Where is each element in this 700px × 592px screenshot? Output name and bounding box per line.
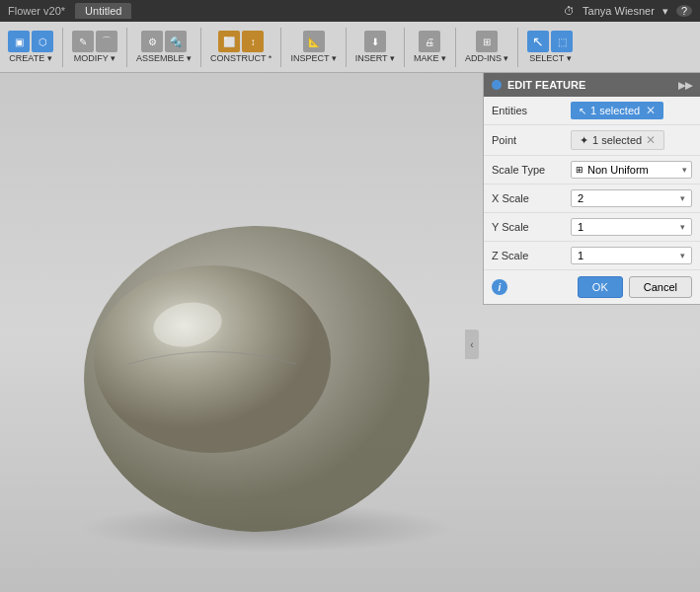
- insert-icon: ⬇: [364, 31, 386, 52]
- y-scale-label: Y Scale: [492, 221, 571, 233]
- scale-type-icon: ⊞: [576, 165, 583, 175]
- addins-label: ADD-INS ▾: [465, 53, 509, 63]
- canvas-area[interactable]: FRONT RIGHT x y z ‹ EDIT FEATURE ▸▸ Enti…: [0, 73, 700, 592]
- sep-5: [346, 28, 347, 67]
- y-scale-row: Y Scale 1 ▾: [484, 213, 700, 242]
- cancel-button[interactable]: Cancel: [629, 276, 692, 298]
- point-icon: ✦: [580, 134, 588, 147]
- sep-8: [517, 28, 518, 67]
- scale-type-label: Scale Type: [492, 164, 571, 176]
- sep-7: [455, 28, 456, 67]
- tab-untitled[interactable]: Untitled: [75, 3, 131, 19]
- assemble-icon: ⚙: [141, 31, 163, 52]
- ok-button[interactable]: OK: [578, 276, 623, 298]
- scale-type-row: Scale Type ⊞ Non Uniform ▾: [484, 156, 700, 185]
- select-icon-2: ⬚: [551, 31, 573, 52]
- entities-chip[interactable]: ↖ 1 selected ✕: [571, 102, 663, 119]
- z-scale-input[interactable]: 1 ▾: [571, 247, 692, 264]
- entities-chip-text: 1 selected: [590, 105, 640, 116]
- user-name[interactable]: Tanya Wiesner: [583, 5, 655, 17]
- entities-row: Entities ↖ 1 selected ✕: [484, 97, 700, 125]
- title-bar: Flower v20* Untitled ⏱ Tanya Wiesner ▾ ?: [0, 0, 700, 22]
- clock-icon: ⏱: [564, 5, 575, 17]
- toolbar-group-assemble[interactable]: ⚙ 🔩 ASSEMBLE ▾: [132, 29, 195, 65]
- 3d-object: [30, 132, 474, 566]
- cursor-icon: ↖: [579, 106, 586, 116]
- z-scale-label: Z Scale: [492, 250, 571, 261]
- y-scale-dropdown-arrow: ▾: [680, 222, 685, 232]
- create-icon-1: ▣: [8, 31, 30, 52]
- inspect-icon: 📐: [303, 31, 325, 52]
- toolbar-group-modify[interactable]: ✎ ⌒ MODIFY ▾: [68, 29, 121, 65]
- toolbar-group-insert[interactable]: ⬇ INSERT ▾: [351, 29, 399, 65]
- construct-label: CONSTRUCT *: [210, 53, 272, 63]
- app-title: Flower v20*: [8, 5, 65, 17]
- user-dropdown-icon[interactable]: ▾: [662, 5, 668, 18]
- z-scale-row: Z Scale 1 ▾: [484, 242, 700, 270]
- panel-indicator: [492, 80, 502, 90]
- point-value-container: ✦ 1 selected ✕: [571, 130, 692, 150]
- sep-4: [280, 28, 281, 67]
- info-icon[interactable]: i: [492, 279, 507, 295]
- svg-point-1: [94, 265, 331, 453]
- x-scale-label: X Scale: [492, 192, 571, 204]
- point-chip[interactable]: ✦ 1 selected ✕: [571, 130, 664, 150]
- collapse-panel-button[interactable]: ‹: [465, 330, 479, 359]
- edit-feature-panel: EDIT FEATURE ▸▸ Entities ↖ 1 selected ✕ …: [483, 73, 700, 305]
- select-label: SELECT ▾: [529, 53, 571, 63]
- help-button[interactable]: ?: [676, 5, 692, 17]
- toolbar-group-select[interactable]: ↖ ⬚ SELECT ▾: [523, 29, 577, 65]
- make-icon: 🖨: [419, 31, 440, 52]
- make-label: MAKE ▾: [414, 53, 446, 63]
- z-scale-value: 1: [578, 250, 583, 261]
- toolbar-group-construct[interactable]: ⬜ ↕ CONSTRUCT *: [206, 29, 275, 65]
- select-icon-1: ↖: [527, 31, 549, 52]
- toolbar-group-addins[interactable]: ⊞ ADD-INS ▾: [461, 29, 513, 65]
- toolbar-group-make[interactable]: 🖨 MAKE ▾: [410, 29, 450, 65]
- panel-footer: i OK Cancel: [484, 270, 700, 304]
- scale-type-value: Non Uniform: [587, 164, 649, 176]
- y-scale-input[interactable]: 1 ▾: [571, 218, 692, 236]
- create-label: CREATE ▾: [9, 53, 51, 63]
- sep-3: [200, 28, 201, 67]
- modify-icon-1: ✎: [72, 31, 94, 52]
- entities-chip-close[interactable]: ✕: [646, 104, 656, 117]
- toolbar-group-inspect[interactable]: 📐 INSPECT ▾: [286, 29, 340, 65]
- point-chip-close[interactable]: ✕: [646, 133, 656, 147]
- scale-type-dropdown-arrow: ▾: [682, 165, 687, 175]
- toolbar-group-create[interactable]: ▣ ⬡ CREATE ▾: [4, 29, 57, 65]
- inspect-label: INSPECT ▾: [290, 53, 336, 63]
- z-scale-dropdown-arrow: ▾: [680, 251, 685, 260]
- assemble-label: ASSEMBLE ▾: [136, 53, 192, 63]
- x-scale-input[interactable]: 2 ▾: [571, 189, 692, 207]
- scale-type-dropdown[interactable]: ⊞ Non Uniform ▾: [571, 161, 692, 179]
- x-scale-value: 2: [578, 192, 583, 204]
- construct-icon-1: ⬜: [218, 31, 240, 52]
- sep-2: [126, 28, 127, 67]
- toolbar: ▣ ⬡ CREATE ▾ ✎ ⌒ MODIFY ▾ ⚙ 🔩 ASSEMBLE ▾…: [0, 22, 700, 73]
- modify-icon-2: ⌒: [96, 31, 117, 52]
- x-scale-row: X Scale 2 ▾: [484, 185, 700, 213]
- assemble-icon-2: 🔩: [165, 31, 187, 52]
- point-label: Point: [492, 134, 571, 146]
- panel-header: EDIT FEATURE ▸▸: [484, 73, 700, 97]
- y-scale-value: 1: [578, 221, 583, 233]
- sep-6: [404, 28, 405, 67]
- addins-icon: ⊞: [476, 31, 498, 52]
- entities-value-container: ↖ 1 selected ✕: [571, 102, 692, 119]
- sep-1: [62, 28, 63, 67]
- create-icon-2: ⬡: [32, 31, 53, 52]
- panel-title: EDIT FEATURE: [507, 79, 585, 91]
- point-chip-text: 1 selected: [592, 134, 642, 146]
- x-scale-dropdown-arrow: ▾: [680, 193, 685, 203]
- construct-icon-2: ↕: [242, 31, 264, 52]
- panel-expand-button[interactable]: ▸▸: [678, 77, 692, 93]
- point-row: Point ✦ 1 selected ✕: [484, 125, 700, 156]
- modify-label: MODIFY ▾: [74, 53, 116, 63]
- entities-label: Entities: [492, 105, 571, 116]
- insert-label: INSERT ▾: [355, 53, 395, 63]
